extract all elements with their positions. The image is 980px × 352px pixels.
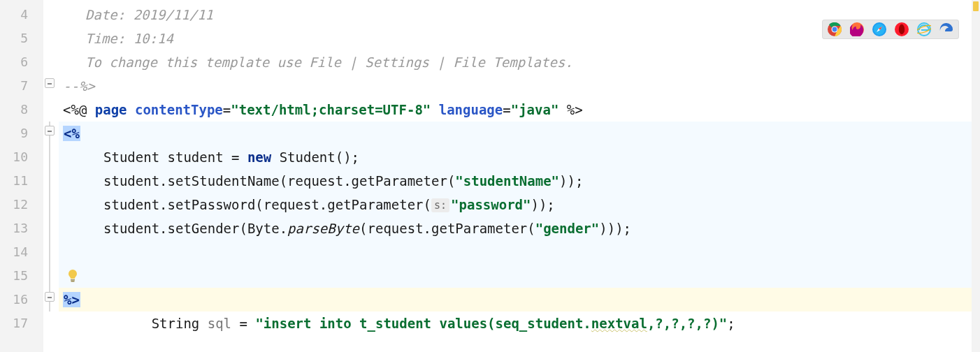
code-editor: 4 5 6 7 8 9 10 11 12 13 14 15 16 17 Date… — [0, 0, 980, 352]
fold-guide — [49, 122, 50, 311]
intention-bulb-icon[interactable] — [67, 270, 78, 282]
svg-rect-1 — [71, 281, 75, 282]
method-call: parseByte — [287, 221, 359, 236]
code-line[interactable] — [59, 240, 980, 264]
code-line[interactable]: String sql = "insert into t_student valu… — [59, 264, 980, 288]
line-number[interactable]: 5 — [0, 27, 43, 50]
code-line[interactable]: student.setPassword(request.getParameter… — [59, 193, 980, 217]
browser-preview-tray — [822, 20, 959, 39]
code-line[interactable]: To change this template use File | Setti… — [59, 50, 980, 74]
chrome-icon[interactable] — [828, 22, 842, 36]
code-line[interactable]: student.setGender(Byte.parseByte(request… — [59, 217, 980, 240]
code-line[interactable]: <% — [59, 122, 980, 145]
attr-value: "java" — [511, 102, 559, 117]
string-literal: "password" — [451, 197, 531, 212]
line-number[interactable]: 7 — [0, 74, 43, 98]
code-line[interactable]: student.setStudentName(request.getParame… — [59, 169, 980, 193]
jsp-directive-open: <%@ — [63, 102, 95, 117]
line-number[interactable]: 9 — [0, 122, 43, 145]
string-literal: "gender" — [535, 221, 600, 236]
line-number[interactable]: 12 — [0, 193, 43, 217]
safari-icon[interactable] — [872, 22, 886, 36]
code-line[interactable]: Student student = new Student(); — [59, 145, 980, 169]
parameter-hint: s: — [431, 198, 449, 212]
error-stripe[interactable] — [972, 0, 980, 352]
code-line[interactable] — [59, 311, 980, 335]
scriptlet-close: %> — [63, 292, 80, 307]
attr-name: contentType — [135, 102, 223, 117]
code-line[interactable]: <%@ page contentType="text/html;charset=… — [59, 98, 980, 122]
jsp-page-keyword: page — [95, 102, 127, 117]
line-number[interactable]: 4 — [0, 3, 43, 27]
svg-rect-0 — [71, 279, 75, 281]
fold-toggle-icon[interactable] — [45, 126, 55, 135]
line-number[interactable]: 10 — [0, 145, 43, 169]
ie-icon[interactable] — [917, 22, 931, 36]
attr-value: "text/html;charset=UTF-8" — [231, 102, 431, 117]
line-number[interactable]: 13 — [0, 217, 43, 240]
code-area[interactable]: Date: 2019/11/11 Time: 10:14 To change t… — [59, 0, 980, 352]
string-literal: "studentName" — [455, 173, 559, 189]
code-line[interactable]: --%> — [59, 74, 980, 98]
comment-text: Date: 2019/11/11 — [85, 7, 213, 22]
code-line[interactable]: %> — [59, 288, 980, 311]
edge-icon[interactable] — [939, 22, 953, 36]
line-number[interactable]: 17 — [0, 311, 43, 335]
line-number[interactable]: 6 — [0, 50, 43, 74]
fold-toggle-icon[interactable] — [45, 292, 55, 302]
svg-point-11 — [899, 24, 905, 34]
fold-column — [43, 0, 59, 352]
jsp-directive-close: %> — [559, 102, 582, 117]
keyword-new: new — [247, 149, 271, 165]
line-number[interactable]: 15 — [0, 264, 43, 288]
line-number[interactable]: 14 — [0, 240, 43, 264]
attr-name: language — [439, 102, 503, 117]
line-number[interactable]: 8 — [0, 98, 43, 122]
line-number[interactable]: 11 — [0, 169, 43, 193]
opera-icon[interactable] — [895, 22, 909, 36]
comment-text: To change this template use File | Setti… — [85, 54, 573, 70]
warning-marker-icon[interactable] — [973, 1, 979, 11]
firefox-icon[interactable] — [850, 22, 864, 36]
line-number[interactable]: 16 — [0, 288, 43, 311]
svg-point-4 — [833, 27, 837, 32]
line-number-gutter: 4 5 6 7 8 9 10 11 12 13 14 15 16 17 — [0, 0, 43, 352]
fold-toggle-icon[interactable] — [45, 78, 55, 88]
comment-text: Time: 10:14 — [85, 31, 173, 46]
scriptlet-open: <% — [63, 126, 80, 141]
comment-close: --%> — [63, 78, 95, 94]
